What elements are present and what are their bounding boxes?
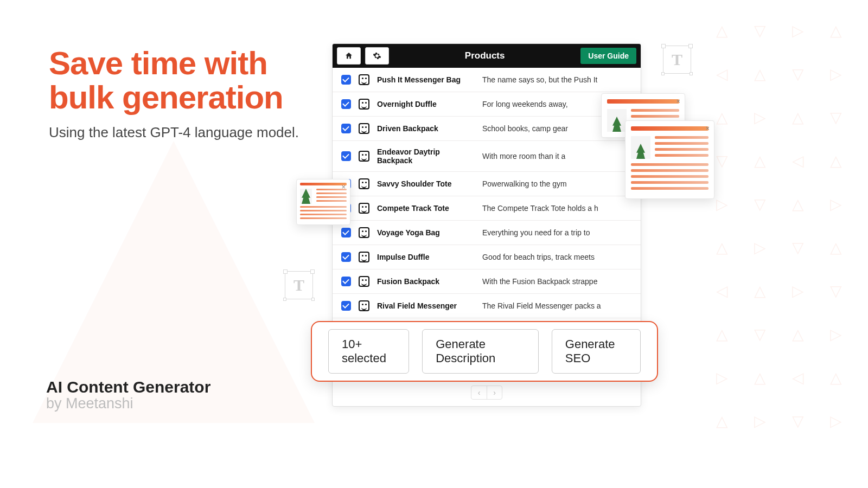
product-description: Everything you need for a trip to	[482, 228, 590, 237]
row-checkbox[interactable]	[341, 99, 351, 109]
table-row: Voyage Yoga BagEverything you need for a…	[333, 221, 641, 245]
user-guide-button[interactable]: User Guide	[580, 48, 636, 64]
panel-title: Products	[393, 50, 576, 61]
row-checkbox[interactable]	[341, 252, 351, 262]
generate-seo-button[interactable]: Generate SEO	[552, 329, 641, 374]
text-frame-icon: T	[285, 271, 313, 299]
selected-count-chip[interactable]: 10+ selected	[328, 329, 409, 374]
product-thumbnail-icon	[359, 252, 369, 262]
hero-title: Save time withbulk generation	[49, 46, 331, 114]
toolbar: Products User Guide	[333, 44, 641, 68]
product-description: The Rival Field Messenger packs a	[482, 301, 601, 310]
close-icon[interactable]: ×	[705, 124, 710, 132]
table-row: Fusion BackpackWith the Fusion Backpack …	[333, 269, 641, 294]
text-frame-icon: T	[663, 46, 691, 74]
preview-card-small: ×	[296, 179, 350, 225]
pager-prev[interactable]: ‹	[471, 386, 487, 399]
product-thumbnail-icon	[359, 99, 369, 110]
product-thumbnail-icon	[359, 227, 369, 238]
preview-card: ×	[625, 120, 714, 199]
bulk-action-popover: 10+ selected Generate Description Genera…	[311, 321, 658, 382]
brand-block: AI Content Generator by Meetanshi	[46, 378, 210, 412]
product-thumbnail-icon	[359, 74, 369, 85]
row-checkbox[interactable]	[341, 75, 351, 85]
home-icon	[344, 52, 353, 60]
row-checkbox[interactable]	[341, 277, 351, 286]
table-row: Savvy Shoulder TotePowerwalking to the g…	[333, 172, 641, 196]
product-name: Compete Track Tote	[377, 204, 475, 213]
product-name: Overnight Duffle	[377, 100, 475, 108]
product-thumbnail-icon	[359, 178, 369, 189]
product-thumbnail-icon	[359, 300, 369, 311]
product-name: Impulse Duffle	[377, 253, 475, 261]
hero-subtitle: Using the latest GPT-4 language model.	[49, 124, 331, 141]
product-name: Savvy Shoulder Tote	[377, 179, 475, 188]
table-row: Push It Messenger BagThe name says so, b…	[333, 68, 641, 92]
brand-byline: by Meetanshi	[46, 395, 210, 412]
row-checkbox[interactable]	[341, 124, 351, 133]
product-name: Push It Messenger Bag	[377, 75, 475, 84]
product-thumbnail-icon	[359, 276, 369, 287]
product-description: The name says so, but the Push It	[482, 75, 597, 84]
product-thumbnail-icon	[359, 151, 369, 162]
gear-icon	[373, 52, 381, 60]
row-checkbox[interactable]	[341, 151, 351, 161]
product-description: Good for beach trips, track meets	[482, 253, 595, 261]
product-name: Fusion Backpack	[377, 277, 475, 286]
product-description: The Compete Track Tote holds a h	[482, 204, 598, 213]
table-row: Driven BackpackSchool books, camp gear	[333, 117, 641, 141]
close-icon[interactable]: ×	[341, 183, 346, 191]
product-name: Endeavor Daytrip Backpack	[377, 147, 475, 165]
brand-name: AI Content Generator	[46, 378, 210, 396]
pager: ‹ ›	[471, 386, 502, 400]
generate-description-button[interactable]: Generate Description	[422, 329, 539, 374]
settings-button[interactable]	[365, 47, 389, 65]
table-row: Endeavor Daytrip BackpackWith more room …	[333, 141, 641, 172]
table-row: Compete Track ToteThe Compete Track Tote…	[333, 196, 641, 221]
table-row: Impulse DuffleGood for beach trips, trac…	[333, 245, 641, 269]
table-row: Rival Field MessengerThe Rival Field Mes…	[333, 294, 641, 318]
product-description: With more room than it a	[482, 152, 565, 160]
product-description: Powerwalking to the gym	[482, 179, 567, 188]
pager-next[interactable]: ›	[487, 386, 502, 399]
product-name: Driven Backpack	[377, 124, 475, 133]
product-thumbnail-icon	[359, 123, 369, 134]
product-thumbnail-icon	[359, 203, 369, 214]
row-checkbox[interactable]	[341, 301, 351, 311]
home-button[interactable]	[337, 47, 361, 65]
product-name: Rival Field Messenger	[377, 301, 475, 310]
product-description: With the Fusion Backpack strappe	[482, 277, 597, 286]
bg-pattern: △▽▷△ ◁△▽▷ △▷△▽ ▽△◁△ ▷▽△▷ △▷▽△ ◁△▷▽ △▽△▷ …	[705, 0, 868, 488]
product-name: Voyage Yoga Bag	[377, 228, 475, 237]
row-checkbox[interactable]	[341, 228, 351, 237]
table-row: Overnight DuffleFor long weekends away,	[333, 92, 641, 117]
product-description: School books, camp gear	[482, 124, 568, 133]
close-icon[interactable]: ×	[676, 97, 680, 105]
product-description: For long weekends away,	[482, 100, 568, 108]
